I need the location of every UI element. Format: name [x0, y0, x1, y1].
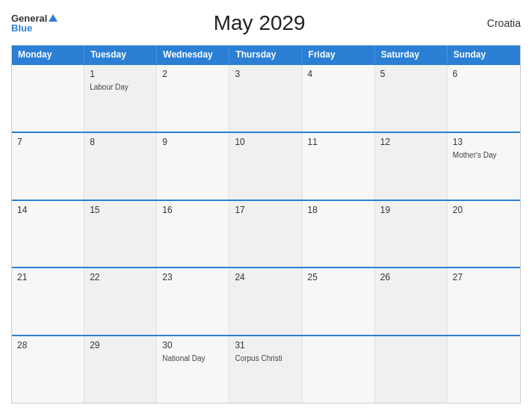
cal-cell: 9 [157, 133, 229, 200]
day-number: 20 [453, 204, 463, 217]
weekday-friday: Friday [303, 46, 375, 64]
day-number: 25 [308, 271, 318, 284]
day-number: 3 [235, 68, 240, 81]
day-event: Labour Day [90, 82, 129, 92]
cal-cell: 8 [84, 133, 157, 200]
cal-cell: 5 [375, 65, 448, 132]
day-number: 15 [90, 204, 99, 217]
logo-triangle-icon [49, 14, 58, 22]
cal-cell: 17 [229, 201, 302, 268]
week-row-2: 78910111213Mother's Day [12, 132, 520, 200]
day-number: 30 [162, 339, 172, 352]
cal-cell: 14 [12, 201, 84, 268]
day-event: Corpus Christi [235, 353, 282, 363]
weekday-wednesday: Wednesday [157, 46, 229, 64]
cal-cell: 28 [12, 336, 84, 403]
cal-cell: 11 [303, 133, 375, 200]
calendar: MondayTuesdayWednesdayThursdayFridaySatu… [11, 45, 521, 404]
day-number: 19 [380, 204, 390, 217]
day-number: 18 [308, 204, 318, 217]
weekday-monday: Monday [12, 46, 84, 64]
day-number: 6 [453, 68, 458, 81]
cal-cell [375, 336, 448, 403]
cal-cell: 13Mother's Day [448, 133, 520, 200]
weekday-saturday: Saturday [375, 46, 448, 64]
day-number: 14 [17, 204, 27, 217]
day-number: 23 [162, 271, 172, 284]
cal-cell: 7 [12, 133, 84, 200]
page: General Blue May 2029 Croatia MondayTues… [0, 0, 532, 411]
day-number: 16 [162, 204, 172, 217]
cal-cell: 18 [303, 201, 375, 268]
day-number: 4 [308, 68, 313, 81]
cal-cell: 2 [157, 65, 229, 132]
cal-cell: 3 [229, 65, 302, 132]
cal-cell: 15 [84, 201, 157, 268]
day-number: 2 [162, 68, 167, 81]
day-number: 22 [90, 271, 99, 284]
day-number: 12 [380, 136, 390, 149]
cal-cell: 20 [448, 201, 520, 268]
logo-blue-text: Blue [11, 23, 32, 33]
week-row-5: 282930National Day31Corpus Christi [12, 335, 520, 403]
day-number: 13 [453, 136, 463, 149]
day-number: 24 [235, 271, 244, 284]
cal-cell: 6 [448, 65, 520, 132]
week-row-3: 14151617181920 [12, 200, 520, 268]
day-number: 11 [308, 136, 318, 149]
day-number: 1 [90, 68, 95, 81]
cal-cell: 12 [375, 133, 448, 200]
day-number: 5 [380, 68, 386, 81]
day-event: National Day [162, 353, 205, 363]
cal-cell: 26 [375, 268, 448, 335]
cal-cell: 1Labour Day [84, 65, 157, 132]
cal-cell: 27 [448, 268, 520, 335]
day-number: 31 [235, 339, 244, 352]
day-number: 26 [380, 271, 390, 284]
cal-cell: 30National Day [157, 336, 229, 403]
cal-cell: 24 [229, 268, 302, 335]
day-number: 27 [453, 271, 463, 284]
country-label: Croatia [461, 17, 521, 29]
week-row-4: 21222324252627 [12, 267, 520, 335]
day-number: 17 [235, 204, 244, 217]
day-number: 7 [17, 136, 22, 149]
day-number: 28 [17, 339, 27, 352]
weekday-sunday: Sunday [448, 46, 520, 64]
weekday-thursday: Thursday [229, 46, 302, 64]
cal-cell: 4 [303, 65, 375, 132]
calendar-header: MondayTuesdayWednesdayThursdayFridaySatu… [12, 46, 520, 64]
calendar-title: May 2029 [214, 11, 306, 35]
cal-cell [12, 65, 84, 132]
cal-cell: 22 [84, 268, 157, 335]
cal-cell: 29 [84, 336, 157, 403]
day-number: 21 [17, 271, 27, 284]
day-number: 8 [90, 136, 95, 149]
cal-cell [303, 336, 375, 403]
logo: General Blue [11, 13, 58, 33]
day-number: 10 [235, 136, 244, 149]
cal-cell: 23 [157, 268, 229, 335]
cal-cell: 25 [303, 268, 375, 335]
day-event: Mother's Day [453, 150, 497, 160]
day-number: 9 [162, 136, 167, 149]
calendar-body: 1Labour Day2345678910111213Mother's Day1… [12, 64, 520, 403]
cal-cell [448, 336, 520, 403]
weekday-tuesday: Tuesday [84, 46, 157, 64]
week-row-1: 1Labour Day23456 [12, 64, 520, 132]
header: General Blue May 2029 Croatia [11, 7, 521, 39]
cal-cell: 16 [157, 201, 229, 268]
day-number: 29 [90, 339, 99, 352]
cal-cell: 19 [375, 201, 448, 268]
cal-cell: 21 [12, 268, 84, 335]
cal-cell: 10 [229, 133, 302, 200]
cal-cell: 31Corpus Christi [229, 336, 302, 403]
